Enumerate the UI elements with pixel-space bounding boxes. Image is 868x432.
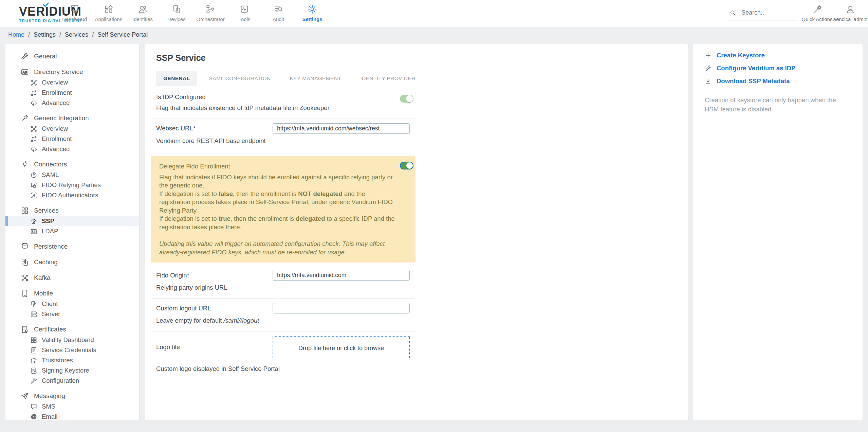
- logo-file-dropzone[interactable]: Drop file here or click to browse: [273, 336, 410, 360]
- sidebar-item-mobile-server[interactable]: Server: [5, 309, 139, 319]
- user-menu[interactable]: aencica_admin: [832, 4, 868, 22]
- field-fido-origin: Fido Origin* Relying party origins URL: [151, 267, 415, 298]
- sidebar-item-cert-configuration[interactable]: Configuration: [5, 376, 139, 386]
- delegate-fido-toggle[interactable]: [400, 162, 413, 169]
- sidebar-item-kafka[interactable]: Kafka: [5, 272, 139, 283]
- sidebar-label: FIDO Authenticators: [42, 192, 98, 199]
- nav-item-tools[interactable]: Tools: [227, 0, 261, 27]
- sidebar-item-gi-overview[interactable]: Overview: [5, 124, 139, 134]
- sidebar-item-caching[interactable]: Caching: [5, 257, 139, 268]
- field-is-idp-configured: Is IDP Configured Flag that indicates ex…: [151, 90, 415, 119]
- sidebar-item-services[interactable]: Services: [5, 205, 139, 216]
- keystore-hsm-note: Creation of keystore can only happen whe…: [705, 96, 851, 114]
- nav-item-settings[interactable]: Settings: [295, 0, 329, 27]
- nodes-icon: [30, 79, 38, 87]
- nav-label: Dashboard: [62, 16, 87, 22]
- delegate-fido-line2: If delegation is set to false, then the …: [159, 190, 395, 215]
- download-ssp-metadata-link[interactable]: Download SSP Metadata: [705, 77, 852, 85]
- create-keystore-link[interactable]: Create Keystore: [705, 52, 852, 59]
- sidebar-item-fido-authenticators[interactable]: FIDO Authenticators: [5, 190, 139, 200]
- nav-item-identities[interactable]: Identities: [126, 0, 160, 27]
- sidebar-label: Mobile: [34, 290, 53, 297]
- magic-wand-icon: [812, 4, 822, 15]
- link-label: Download SSP Metadata: [717, 77, 790, 85]
- sidebar-item-persistence[interactable]: Persistence: [5, 241, 139, 252]
- text-part-bold: NOT delegated: [298, 190, 343, 197]
- fido-origin-input[interactable]: [273, 270, 410, 281]
- sidebar-label: Persistence: [34, 243, 68, 250]
- sidebar-label: SMS: [42, 403, 55, 410]
- app-grid-icon: [104, 4, 114, 14]
- nav-item-dashboard[interactable]: Dashboard: [58, 0, 92, 27]
- sidebar-label: Server: [42, 310, 60, 318]
- sidebar-item-generic-integration[interactable]: Generic Integration: [5, 113, 139, 124]
- search-input[interactable]: [741, 9, 790, 17]
- text-part: If delegation is set to: [159, 190, 219, 197]
- sidebar-label: Validity Dashboard: [42, 336, 94, 344]
- sidebar-item-sms[interactable]: SMS: [5, 401, 139, 412]
- sidebar-label: Configuration: [42, 377, 79, 384]
- custom-logout-description: Leave empty for default /saml//logout: [156, 317, 401, 325]
- sidebar-item-gi-enrollment[interactable]: Enrollment: [5, 134, 139, 144]
- archive-icon: [30, 357, 38, 364]
- configure-veridium-as-idp-link[interactable]: Configure Veridium as IDP: [705, 65, 852, 72]
- sidebar-label: Signing Keystore: [42, 367, 89, 374]
- nav-label: Applications: [95, 16, 123, 22]
- target-icon: [30, 171, 38, 179]
- breadcrumb-services-link[interactable]: Services: [65, 31, 88, 38]
- sidebar-label: Enrollment: [42, 135, 72, 143]
- sidebar-item-fido-relying-parties[interactable]: FIDO Relying Parties: [5, 180, 139, 190]
- sidebar-item-mobile-client[interactable]: Client: [5, 299, 139, 309]
- tab-key-management[interactable]: KEY MANAGEMENT: [283, 71, 349, 86]
- username-label: aencica_admin: [833, 16, 868, 22]
- sidebar-item-saml[interactable]: SAML: [5, 170, 139, 180]
- sidebar-item-email[interactable]: Email: [5, 412, 139, 420]
- wrench-icon: [30, 377, 38, 385]
- sidebar-item-certificates[interactable]: Certificates: [5, 324, 139, 335]
- cache-icon: [20, 258, 29, 267]
- nav-item-devices[interactable]: Devices: [160, 0, 193, 27]
- breadcrumb-home-link[interactable]: Home: [8, 31, 24, 38]
- sidebar-item-ds-overview[interactable]: Overview: [5, 77, 139, 88]
- sidebar-item-signing-keystore[interactable]: Signing Keystore: [5, 365, 139, 376]
- is-idp-configured-toggle[interactable]: [400, 95, 413, 103]
- sidebar-item-validity-dashboard[interactable]: Validity Dashboard: [5, 335, 139, 345]
- breadcrumb-settings-link[interactable]: Settings: [34, 31, 56, 38]
- sidebar-item-connectors[interactable]: Connectors: [5, 159, 139, 170]
- sidebar-item-general[interactable]: General: [5, 51, 139, 62]
- tab-saml-configuration[interactable]: SAML CONFIGURATION: [202, 71, 278, 86]
- sidebar-label: LDAP: [42, 228, 58, 235]
- sidebar-item-truststores[interactable]: Truststores: [5, 355, 139, 365]
- sidebar-label: SSP: [42, 217, 54, 225]
- delegate-fido-note: Updating this value will trigger an auto…: [159, 240, 395, 256]
- sidebar-label: FIDO Relying Parties: [42, 181, 101, 189]
- text-part-bold: delegated: [296, 215, 325, 222]
- wrench-icon: [705, 65, 712, 72]
- sidebar-item-ssp[interactable]: SSP: [5, 216, 139, 226]
- gear-icon: [307, 4, 317, 14]
- audit-icon: [273, 4, 283, 14]
- sidebar-item-ds-enrollment[interactable]: Enrollment: [5, 88, 139, 98]
- field-custom-logout-url: Custom logout URL Leave empty for defaul…: [151, 298, 415, 331]
- tab-identity-provider[interactable]: IDENTITY PROVIDER: [353, 71, 422, 86]
- sidebar-item-messaging[interactable]: Messaging: [5, 391, 139, 401]
- quick-actions-button[interactable]: Quick Actions: [798, 4, 836, 22]
- nav-item-orchestrator[interactable]: Orchestrator: [193, 0, 227, 27]
- scan-person-icon: [30, 192, 38, 199]
- tab-general[interactable]: GENERAL: [156, 71, 197, 86]
- page-title: SSP Service: [156, 53, 688, 63]
- sidebar-item-directory-service[interactable]: Directory Service: [5, 67, 139, 77]
- sidebar-item-ldap[interactable]: LDAP: [5, 226, 139, 236]
- sidebar-item-gi-advanced[interactable]: Advanced: [5, 144, 139, 154]
- custom-logout-input[interactable]: [273, 303, 410, 313]
- sidebar-item-mobile[interactable]: Mobile: [5, 288, 139, 299]
- breadcrumb-separator: /: [92, 31, 94, 38]
- code-icon: [30, 99, 38, 107]
- sidebar-item-service-credentials[interactable]: Service Credentials: [5, 345, 139, 355]
- nav-item-audit[interactable]: Audit: [261, 0, 295, 27]
- sidebar-item-ds-advanced[interactable]: Advanced: [5, 98, 139, 108]
- ssp-tabs: GENERAL SAML CONFIGURATION KEY MANAGEMEN…: [156, 71, 688, 86]
- nav-label: Settings: [302, 16, 322, 22]
- websec-url-input[interactable]: [273, 123, 410, 134]
- nav-item-applications[interactable]: Applications: [92, 0, 126, 27]
